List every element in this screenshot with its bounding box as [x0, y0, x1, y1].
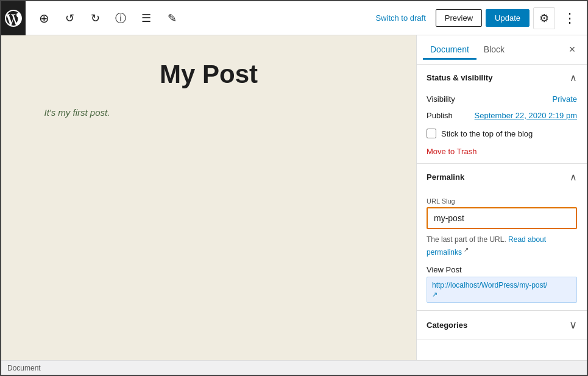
visibility-field: Visibility Private: [417, 91, 587, 107]
move-to-trash-link[interactable]: Move to Trash: [417, 143, 587, 163]
status-visibility-title: Status & visibility: [427, 73, 492, 82]
categories-title: Categories: [427, 321, 467, 330]
main-area: My Post It's my first post. Document Blo…: [1, 35, 587, 360]
redo-button[interactable]: ↻: [84, 7, 106, 29]
permalink-toggle-icon: ∧: [570, 171, 577, 183]
update-button[interactable]: Update: [486, 9, 530, 27]
info-icon: ⓘ: [115, 11, 126, 26]
undo-button[interactable]: ↺: [58, 7, 80, 29]
main-toolbar: ⊕ ↺ ↻ ⓘ ☰ ✎ Switch to draft Preview Upda…: [1, 1, 587, 35]
permalink-section: Permalink ∧ URL Slug The last part of th…: [417, 164, 587, 311]
sidebar: Document Block × Status & visibility ∧ V…: [416, 35, 587, 360]
bottom-bar-label: Document: [7, 364, 41, 372]
external-link-icon: ↗: [464, 246, 469, 253]
permalink-help-text: The last part of the URL.: [427, 235, 506, 244]
settings-button[interactable]: ⚙: [533, 7, 555, 29]
permalink-header[interactable]: Permalink ∧: [417, 164, 587, 190]
publish-field: Publish September 22, 2020 2:19 pm: [417, 107, 587, 124]
categories-section: Categories ∨: [417, 311, 587, 339]
redo-icon: ↻: [91, 12, 100, 25]
editor-content: My Post It's my first post.: [44, 60, 374, 118]
add-button[interactable]: ⊕: [33, 7, 55, 29]
edit-icon: ✎: [168, 12, 177, 25]
categories-header[interactable]: Categories ∨: [417, 311, 587, 339]
permalink-help: The last part of the URL. Read about per…: [427, 234, 577, 258]
editor-area: My Post It's my first post.: [1, 35, 416, 360]
url-slug-input[interactable]: [427, 207, 577, 229]
sticky-checkbox[interactable]: [427, 129, 436, 138]
add-icon: ⊕: [39, 11, 49, 26]
wp-logo[interactable]: [1, 1, 26, 35]
switch-to-draft-button[interactable]: Switch to draft: [369, 10, 431, 26]
tab-document[interactable]: Document: [423, 41, 476, 60]
view-post-link[interactable]: http://localhost/WordPress/my-post/ ↗: [427, 277, 577, 303]
wp-logo-icon: [5, 10, 22, 27]
status-visibility-header[interactable]: Status & visibility ∧: [417, 65, 587, 91]
sticky-row: Stick to the top of the blog: [417, 124, 587, 143]
post-body[interactable]: It's my first post.: [44, 107, 374, 118]
permalink-body: URL Slug The last part of the URL. Read …: [417, 190, 587, 310]
publish-date[interactable]: September 22, 2020 2:19 pm: [475, 111, 577, 120]
permalink-title: Permalink: [427, 172, 464, 182]
view-post-label: View Post: [427, 265, 577, 274]
settings-icon: ⚙: [539, 12, 549, 25]
url-slug-label: URL Slug: [427, 197, 577, 205]
view-post-external-icon: ↗: [432, 291, 437, 299]
preview-button[interactable]: Preview: [436, 9, 482, 27]
sidebar-tabs: Document Block ×: [417, 35, 587, 65]
post-title[interactable]: My Post: [44, 60, 374, 89]
list-icon: ☰: [141, 12, 151, 25]
list-view-button[interactable]: ☰: [135, 7, 157, 29]
undo-icon: ↺: [65, 12, 74, 25]
edit-button[interactable]: ✎: [161, 7, 183, 29]
more-icon: ⋮: [563, 10, 576, 26]
close-icon: ×: [569, 43, 576, 56]
publish-label: Publish: [427, 111, 453, 120]
more-options-button[interactable]: ⋮: [559, 7, 581, 29]
view-post-url: http://localhost/WordPress/my-post/: [432, 281, 547, 289]
visibility-value[interactable]: Private: [553, 94, 577, 104]
visibility-label: Visibility: [427, 94, 455, 104]
sidebar-close-button[interactable]: ×: [564, 41, 581, 59]
status-visibility-section: Status & visibility ∧ Visibility Private…: [417, 65, 587, 164]
categories-toggle-icon: ∨: [569, 318, 577, 332]
tab-block[interactable]: Block: [476, 41, 512, 60]
sticky-label[interactable]: Stick to the top of the blog: [441, 129, 533, 138]
bottom-bar: Document: [1, 360, 587, 375]
info-button[interactable]: ⓘ: [110, 7, 132, 29]
status-visibility-toggle-icon: ∧: [570, 72, 577, 83]
